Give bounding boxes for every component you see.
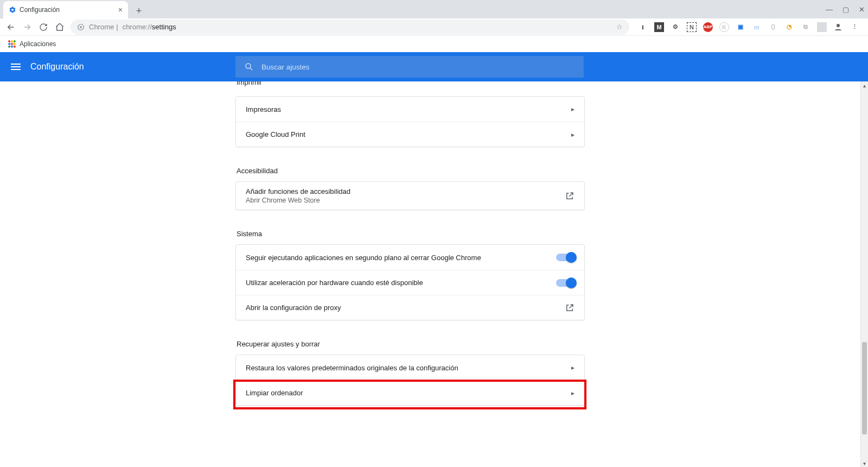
section-title-reset: Recuperar ajustes y borrar [235,340,585,348]
menu-icon[interactable]: ⋮ [850,22,859,32]
row-add-accessibility[interactable]: Añadir funciones de accesibilidad Abrir … [236,182,584,210]
browser-toolbar: Chrome | chrome://settings ☆ I M ⚙ N ABP… [0,18,868,36]
extension-icon[interactable]: M [654,22,664,32]
forward-button[interactable] [22,22,33,33]
back-button[interactable] [5,22,16,33]
profile-avatar-icon[interactable] [833,22,843,32]
svg-point-1 [80,26,82,28]
maximize-icon[interactable]: ▢ [843,5,849,14]
extension-icon[interactable]: I [638,22,648,32]
system-card: Seguir ejecutando aplicaciones en segund… [235,244,585,320]
chevron-right-icon: ▸ [571,389,575,397]
print-card: Impresoras ▸ Google Cloud Print ▸ [235,96,585,147]
home-button[interactable] [54,22,65,33]
apps-bookmark[interactable]: Aplicaciones [20,40,56,48]
minimize-icon[interactable]: — [826,5,833,14]
chevron-right-icon: ▸ [571,131,575,138]
new-tab-button[interactable]: + [131,3,146,18]
tab-strip: Configuración × + — ▢ ✕ [0,0,868,18]
chevron-right-icon: ▸ [571,105,575,113]
row-hardware-accel[interactable]: Utilizar aceleración por hardware cuando… [236,270,584,295]
reset-card: Restaura los valores predeterminados ori… [235,355,585,406]
window-controls: — ▢ ✕ [826,0,865,18]
extension-icon[interactable]: ⧉ [801,22,810,32]
close-window-icon[interactable]: ✕ [859,5,865,14]
chrome-page-icon [77,23,85,31]
tab-title: Configuración [20,6,115,14]
extension-icon[interactable]: m [752,22,762,32]
scroll-up-icon[interactable]: ▴ [861,81,868,89]
accessibility-card: Añadir funciones de accesibilidad Abrir … [235,181,585,210]
extension-icon[interactable]: ABP [703,22,713,32]
settings-search[interactable] [235,56,584,78]
row-cleanup-computer[interactable]: Limpiar ordenador ▸ [236,380,584,405]
svg-point-3 [246,64,251,68]
vertical-scrollbar[interactable]: ▴ ▾ [860,81,868,467]
extension-icon[interactable]: ⟨⟩ [768,22,778,32]
svg-point-2 [837,24,840,27]
extension-icon[interactable]: ◔ [784,22,794,32]
open-external-icon [565,191,575,201]
extension-icon[interactable]: ⚙ [671,22,680,32]
extension-icon[interactable]: K [719,22,729,32]
settings-header: Configuración [0,52,868,81]
extension-icon[interactable]: N [687,22,697,32]
extension-icons: I M ⚙ N ABP K ▣ m ⟨⟩ ◔ ⧉ ⋮ [635,22,863,32]
scrollbar-thumb[interactable] [862,342,867,434]
browser-tab[interactable]: Configuración × [3,1,128,18]
open-external-icon [565,303,575,313]
close-icon[interactable]: × [118,5,123,14]
extension-icon[interactable]: ▣ [736,22,745,32]
row-background-apps[interactable]: Seguir ejecutando aplicaciones en segund… [236,245,584,270]
toggle-background-apps[interactable] [556,254,575,261]
apps-grid-icon[interactable] [8,40,16,48]
hamburger-icon[interactable] [11,64,21,70]
section-title-print: Imprimir [235,81,585,86]
bookmark-star-icon[interactable]: ☆ [616,23,623,31]
search-icon [244,62,254,72]
reload-button[interactable] [38,22,49,33]
chevron-right-icon: ▸ [571,364,575,371]
settings-content: Imprimir Impresoras ▸ Google Cloud Print… [0,81,868,467]
toggle-hardware-accel[interactable] [556,279,575,287]
page-title: Configuración [30,62,84,72]
row-proxy-settings[interactable]: Abrir la configuración de proxy [236,295,584,320]
url-scheme: Chrome [89,23,114,31]
gear-icon [9,6,16,14]
settings-search-input[interactable] [261,63,575,71]
section-title-system: Sistema [235,230,585,238]
row-cloud-print[interactable]: Google Cloud Print ▸ [236,122,584,147]
section-title-accessibility: Accesibilidad [235,167,585,175]
scroll-down-icon[interactable]: ▾ [861,459,868,467]
bookmarks-bar: Aplicaciones [0,36,868,52]
address-bar[interactable]: Chrome | chrome://settings ☆ [71,20,629,35]
row-restore-defaults[interactable]: Restaura los valores predeterminados ori… [236,355,584,380]
row-printers[interactable]: Impresoras ▸ [236,97,584,122]
